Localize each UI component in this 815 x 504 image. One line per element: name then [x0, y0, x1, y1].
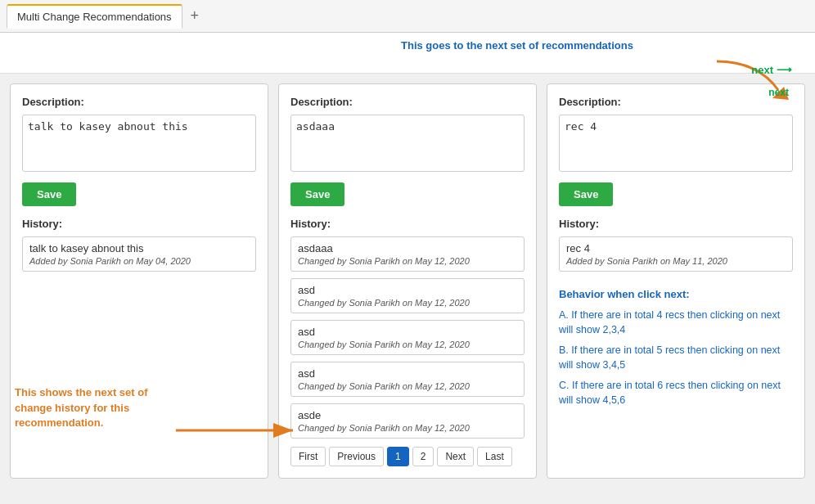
panel-3: Description: rec 4 Save History: rec 4 A…	[547, 83, 805, 479]
history-item: asd Changed by Sonia Parikh on May 12, 2…	[290, 320, 525, 355]
bottom-arrow	[172, 418, 303, 445]
panel-3-desc-input[interactable]: rec 4	[559, 115, 793, 172]
history-item: asd Changed by Sonia Parikh on May 12, 2…	[290, 362, 525, 397]
panel-2-desc-input[interactable]: asdaaa	[290, 115, 525, 172]
panel-2-desc-label: Description:	[290, 96, 525, 108]
tab-label: Multi Change Recommendations	[17, 11, 172, 23]
history-item: asdaaa Changed by Sonia Parikh on May 12…	[290, 236, 525, 272]
page-2-button[interactable]: 2	[412, 447, 435, 466]
bottom-annotation-text: This shows the next set of change histor…	[15, 385, 178, 430]
history-item: asde Changed by Sonia Parikh on May 12, …	[290, 403, 525, 439]
page-1-button[interactable]: 1	[387, 447, 409, 466]
tab-add-button[interactable]: +	[186, 7, 205, 25]
first-button[interactable]: First	[290, 447, 326, 466]
panel-3-save-button[interactable]: Save	[559, 182, 613, 206]
behavior-item-b: B. If there are in total 5 recs then cli…	[559, 344, 793, 372]
behavior-item-a: A. If there are in total 4 recs then cli…	[559, 308, 793, 337]
behavior-title: Behavior when click next:	[559, 288, 793, 300]
app-wrapper: Multi Change Recommendations + This goes…	[0, 0, 815, 504]
panel-1-save-button[interactable]: Save	[22, 182, 76, 206]
panel-2-save-button[interactable]: Save	[290, 182, 344, 206]
previous-button[interactable]: Previous	[329, 447, 384, 466]
pagination: First Previous 1 2 Next Last	[290, 447, 525, 466]
annotation-bar: This goes to the next set of recommendat…	[0, 33, 815, 74]
history-item: talk to kasey abnout this Added by Sonia…	[22, 236, 256, 272]
panel-2-history-label: History:	[290, 218, 525, 230]
last-button[interactable]: Last	[477, 447, 512, 466]
history-item-text: talk to kasey abnout this	[29, 242, 249, 254]
panel-1-desc-input[interactable]: talk to kasey abnout this	[22, 115, 256, 172]
behavior-item-c: C. If there are in total 6 recs then cli…	[559, 379, 793, 407]
next-arrow-icon: ⟶	[777, 64, 792, 76]
tab-bar: Multi Change Recommendations +	[0, 0, 815, 33]
history-item-meta: Added by Sonia Parikh on May 04, 2020	[29, 256, 249, 266]
next-label[interactable]: next	[768, 87, 789, 98]
next-text[interactable]: next	[751, 64, 773, 76]
panel-3-history-label: History:	[559, 218, 793, 230]
panel-1-desc-label: Description:	[22, 96, 256, 108]
history-item: asd Changed by Sonia Parikh on May 12, 2…	[290, 278, 525, 313]
top-annotation-text: This goes to the next set of recommendat…	[401, 39, 712, 52]
panel-1-history-label: History:	[22, 218, 256, 230]
next-page-button[interactable]: Next	[437, 447, 474, 466]
behavior-section: Behavior when click next: A. If there ar…	[559, 288, 793, 407]
tab-multi-change[interactable]: Multi Change Recommendations	[7, 4, 182, 29]
panel-2: Description: asdaaa Save History: asdaaa…	[278, 83, 537, 479]
history-item: rec 4 Added by Sonia Parikh on May 11, 2…	[559, 236, 793, 272]
next-button-area: next ⟶	[751, 64, 792, 76]
